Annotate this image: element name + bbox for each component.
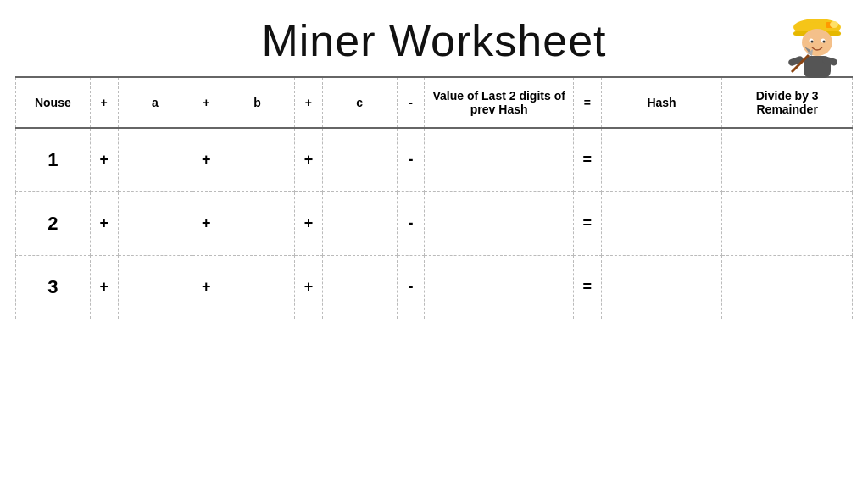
row-3-minus: -	[397, 255, 425, 319]
worksheet-table-wrapper: Nouse + a + b + c - Value of Last 2 digi…	[0, 76, 868, 319]
row-2-minus: -	[397, 191, 425, 255]
row-1-c-input[interactable]	[322, 128, 397, 191]
svg-point-4	[830, 21, 838, 28]
row-3-hash-input[interactable]	[601, 255, 722, 319]
row-2-plus2: +	[192, 191, 220, 255]
worksheet-table: Nouse + a + b + c - Value of Last 2 digi…	[15, 76, 853, 319]
col-header-nouse: Nouse	[16, 77, 91, 128]
row-3-a-input[interactable]	[118, 255, 192, 319]
row-2-plus1: +	[90, 191, 118, 255]
svg-point-8	[811, 41, 814, 43]
row-2-eq: =	[573, 191, 601, 255]
row-2-hash-input[interactable]	[601, 191, 722, 255]
col-header-plus1: +	[90, 77, 118, 128]
row-1-plus3: +	[294, 128, 322, 191]
col-header-minus: -	[397, 77, 425, 128]
row-2-b-input[interactable]	[220, 191, 295, 255]
row-3-plus2: +	[192, 255, 220, 319]
row-3-plus3: +	[294, 255, 322, 319]
row-2-c-input[interactable]	[322, 191, 397, 255]
row-1-b-input[interactable]	[220, 128, 295, 191]
col-header-plus3: +	[294, 77, 322, 128]
row-2-value-input[interactable]	[425, 191, 573, 255]
row-2-num: 2	[16, 191, 91, 255]
row-3-eq: =	[573, 255, 601, 319]
row-3-divide-input[interactable]	[722, 255, 853, 319]
col-header-b: b	[220, 77, 295, 128]
row-3-num: 3	[16, 255, 91, 319]
svg-point-9	[823, 41, 826, 43]
row-1-num: 1	[16, 128, 91, 191]
table-row: 3 + + + - =	[16, 255, 853, 319]
row-1-a-input[interactable]	[118, 128, 192, 191]
col-header-eq: =	[573, 77, 601, 128]
svg-point-5	[802, 29, 832, 56]
row-2-a-input[interactable]	[118, 191, 192, 255]
row-1-minus: -	[397, 128, 425, 191]
row-2-plus3: +	[294, 191, 322, 255]
row-1-hash-input[interactable]	[601, 128, 722, 191]
col-header-hash: Hash	[601, 77, 722, 128]
row-1-plus2: +	[192, 128, 220, 191]
row-3-value-input[interactable]	[425, 255, 573, 319]
page-title: Miner Worksheet	[261, 15, 606, 66]
row-1-plus1: +	[90, 128, 118, 191]
row-3-plus1: +	[90, 255, 118, 319]
row-3-c-input[interactable]	[322, 255, 397, 319]
row-2-divide-input[interactable]	[722, 191, 853, 255]
table-row: 2 + + + - =	[16, 191, 853, 255]
row-3-b-input[interactable]	[220, 255, 295, 319]
col-header-a: a	[118, 77, 192, 128]
row-1-divide-input[interactable]	[722, 128, 853, 191]
col-header-value: Value of Last 2 digits of prev Hash	[425, 77, 573, 128]
table-row: 1 + + + - =	[16, 128, 853, 191]
col-header-plus2: +	[192, 77, 220, 128]
page-header: Miner Worksheet	[0, 0, 868, 75]
miner-icon	[775, 8, 851, 85]
row-1-value-input[interactable]	[425, 128, 573, 191]
row-1-eq: =	[573, 128, 601, 191]
table-header-row: Nouse + a + b + c - Value of Last 2 digi…	[16, 77, 853, 128]
col-header-c: c	[322, 77, 397, 128]
